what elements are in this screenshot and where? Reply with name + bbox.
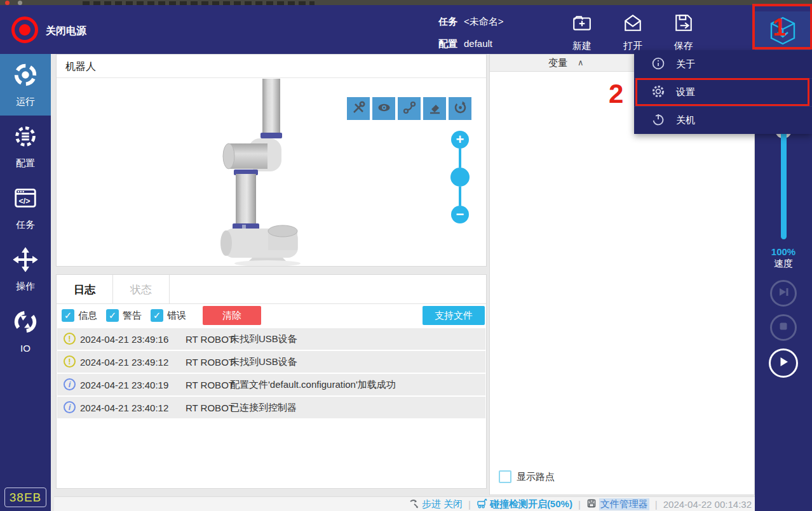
open-task-button[interactable]: 打开 — [611, 13, 655, 52]
info-icon: i — [64, 401, 76, 413]
config-value: default — [464, 38, 492, 49]
log-row: i 2024-04-21 23:40:19 RT ROBOT 配置文件'defa… — [57, 374, 485, 395]
menu-item-shutdown[interactable]: 关机 — [634, 106, 812, 134]
sidebar-item-task[interactable]: </> 任务 — [0, 177, 51, 239]
visibility-button[interactable] — [372, 97, 395, 120]
config-label: 配置 — [438, 38, 457, 49]
step-icon — [409, 498, 419, 510]
config-gear-icon — [12, 123, 39, 152]
stop-icon — [776, 319, 790, 336]
io-sync-icon — [12, 309, 39, 338]
eye-icon — [377, 100, 391, 117]
power-icon — [634, 113, 676, 128]
log-message: 未找到USB设备 — [230, 333, 297, 345]
task-value: <未命名> — [464, 16, 504, 27]
collision-detection-toggle[interactable]: 碰撞检测开启(50%) — [477, 498, 572, 510]
menu-item-settings[interactable]: 设置 — [634, 78, 812, 106]
play-button[interactable] — [769, 348, 798, 378]
log-panel: 日志 状态 信息 警告 错误 清除 支持文件 ! 2024-04-21 23:4… — [56, 274, 487, 489]
divider: | — [655, 499, 658, 510]
zoom-slider-handle[interactable] — [450, 168, 470, 187]
log-source: RT ROBOT — [186, 334, 234, 345]
config-status: 配置default — [438, 38, 492, 50]
view-toolbar — [347, 97, 471, 120]
clear-log-button[interactable]: 清除 — [203, 306, 261, 325]
svg-text:</>: </> — [19, 197, 30, 206]
warning-filter-checkbox[interactable] — [106, 309, 119, 322]
path-button[interactable] — [398, 97, 421, 120]
status-bar: 步进 关闭 | 碰撞检测开启(50%) | 文件管理器 | 2024-04-22… — [54, 496, 755, 511]
power-button-label: 关闭电源 — [46, 25, 86, 38]
zoom-out-button[interactable]: − — [451, 206, 469, 223]
sidebar-item-operate[interactable]: 操作 — [0, 239, 51, 300]
power-off-button[interactable] — [11, 17, 38, 43]
tab-status[interactable]: 状态 — [113, 275, 170, 304]
zoom-slider-track[interactable] — [459, 187, 461, 206]
robot-panel: 机器人 — [56, 54, 487, 267]
log-time: 2024-04-21 23:40:12 — [80, 402, 168, 413]
menu-shutdown-label: 关机 — [676, 114, 695, 126]
warning-icon: ! — [64, 333, 76, 345]
sidebar-item-run[interactable]: 运行 — [0, 54, 51, 116]
eraser-icon — [428, 100, 442, 117]
sidebar-operate-label: 操作 — [16, 281, 35, 293]
robot-3d-view[interactable] — [209, 79, 355, 267]
zoom-in-button[interactable]: + — [451, 131, 469, 149]
task-status: 任务<未命名> — [438, 16, 504, 28]
warning-icon: ! — [64, 355, 76, 368]
info-icon — [634, 57, 676, 72]
save-task-button[interactable]: 保存 — [661, 13, 706, 52]
warning-filter-label: 警告 — [123, 310, 142, 322]
sidebar-item-io[interactable]: IO — [0, 300, 51, 362]
power-icon — [19, 24, 30, 36]
top-header: 关闭电源 任务<未命名> 配置default 新建 打开 保存 — [0, 5, 812, 54]
save-icon — [673, 13, 694, 36]
left-sidebar: 运行 配置 </> 任务 操作 IO 38EB — [0, 54, 51, 511]
file-manager-button[interactable]: 文件管理器 — [586, 498, 649, 510]
app-menu-button[interactable] — [755, 11, 811, 53]
log-source: RT ROBOT — [186, 357, 234, 368]
rotate-view-button[interactable] — [449, 97, 471, 120]
divider: | — [578, 499, 581, 510]
collision-icon — [477, 498, 487, 510]
step-mode-toggle[interactable]: 步进 关闭 — [409, 498, 463, 510]
new-task-button[interactable]: 新建 — [560, 13, 604, 52]
error-filter-checkbox[interactable] — [151, 309, 163, 322]
file-manager-icon — [586, 498, 597, 510]
speed-percent: 100% — [755, 246, 812, 257]
show-waypoints-row: 显示路点 — [499, 470, 555, 483]
run-target-icon — [12, 62, 39, 91]
log-message: 已连接到控制器 — [230, 402, 297, 414]
speed-slider-track[interactable] — [781, 131, 787, 239]
info-icon: i — [64, 378, 76, 390]
window-close-icon[interactable] — [5, 1, 10, 5]
play-icon — [776, 355, 790, 371]
log-time: 2024-04-21 23:49:16 — [80, 334, 168, 345]
support-files-button[interactable]: 支持文件 — [423, 306, 485, 325]
rotate-icon — [453, 100, 468, 117]
info-filter-checkbox[interactable] — [62, 309, 74, 322]
show-waypoints-checkbox[interactable] — [499, 470, 511, 483]
tab-log[interactable]: 日志 — [57, 275, 113, 304]
log-source: RT ROBOT — [186, 380, 234, 390]
collapse-caret-icon: ∧ — [578, 58, 584, 67]
skip-to-end-button[interactable] — [770, 280, 797, 307]
log-row: i 2024-04-21 23:40:12 RT ROBOT 已连接到控制器 — [57, 397, 485, 418]
stop-button[interactable] — [770, 314, 797, 341]
menu-item-about[interactable]: 关于 — [634, 50, 812, 78]
menu-about-label: 关于 — [676, 58, 695, 70]
task-code-icon: </> — [12, 185, 39, 214]
sidebar-config-label: 配置 — [16, 157, 35, 169]
log-list: ! 2024-04-21 23:49:16 RT ROBOT 未找到USB设备 … — [57, 328, 485, 420]
divider: | — [468, 499, 471, 510]
log-time: 2024-04-21 23:40:19 — [80, 380, 168, 390]
eraser-button[interactable] — [423, 97, 446, 120]
window-minimize-icon[interactable] — [18, 1, 22, 5]
sidebar-item-config[interactable]: 配置 — [0, 116, 51, 177]
tools-button[interactable] — [347, 97, 370, 120]
show-waypoints-label: 显示路点 — [517, 471, 555, 483]
skip-to-end-icon — [776, 285, 790, 302]
gear-icon — [634, 85, 676, 100]
zoom-slider-track[interactable] — [459, 149, 461, 168]
status-badge[interactable]: 38EB — [4, 488, 46, 507]
